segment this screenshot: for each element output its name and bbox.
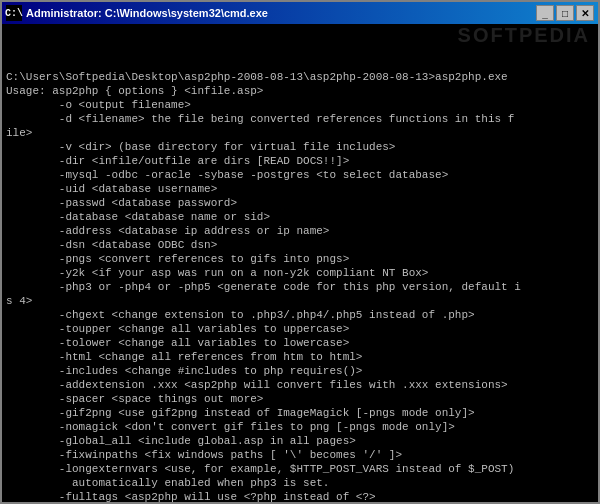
title-bar: C:\ Administrator: C:\Windows\system32\c…: [2, 2, 598, 24]
window-icon: C:\: [6, 5, 22, 21]
terminal-area[interactable]: SOFTPEDIA C:\Users\Softpedia\Desktop\asp…: [2, 24, 598, 502]
maximize-button[interactable]: □: [556, 5, 574, 21]
window-title: Administrator: C:\Windows\system32\cmd.e…: [26, 7, 268, 19]
terminal-content: C:\Users\Softpedia\Desktop\asp2php-2008-…: [6, 70, 594, 502]
cmd-window: C:\ Administrator: C:\Windows\system32\c…: [0, 0, 600, 504]
minimize-button[interactable]: _: [536, 5, 554, 21]
close-button[interactable]: ✕: [576, 5, 594, 21]
title-controls: _ □ ✕: [536, 5, 594, 21]
watermark: SOFTPEDIA: [458, 28, 590, 42]
title-bar-left: C:\ Administrator: C:\Windows\system32\c…: [6, 5, 268, 21]
